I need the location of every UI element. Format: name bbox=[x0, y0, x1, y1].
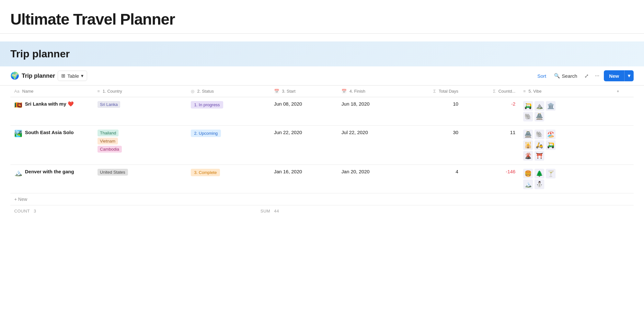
col-header-countdown: Σ Countd... bbox=[462, 86, 519, 97]
vibe-icon: 🛺 bbox=[523, 101, 533, 111]
table-row: 🏞️South East Asia SoloThailandVietnamCam… bbox=[10, 126, 634, 165]
vibe-icon: 🛺 bbox=[546, 140, 556, 150]
country-tag[interactable]: Sri Lanka bbox=[98, 101, 121, 108]
table-icon: ⊞ bbox=[61, 73, 65, 79]
row-emoji: 🇱🇰 bbox=[14, 101, 22, 109]
col-header-start: 📅 3. Start bbox=[270, 86, 338, 97]
cell-country: United States bbox=[94, 165, 187, 193]
view-label: Table bbox=[67, 73, 79, 79]
new-button[interactable]: New ▾ bbox=[604, 70, 634, 81]
cell-name: 🏞️South East Asia Solo bbox=[10, 126, 94, 165]
cell-totaldays: 10 bbox=[405, 97, 462, 126]
vibe-icon: 🏯 bbox=[523, 130, 533, 139]
vibe-icon: 🛵 bbox=[535, 140, 544, 150]
vibe-icon: 🐘 bbox=[523, 112, 533, 121]
list-icon: ≡ bbox=[98, 89, 100, 94]
cell-name: 🇱🇰Sri Lanka with my ❤️ bbox=[10, 97, 94, 126]
cell-country: Sri Lanka bbox=[94, 97, 187, 126]
vibe-icon: 🍸 bbox=[546, 169, 556, 178]
cell-vibe: 🍔🌲🍸🏔️⛄ bbox=[519, 165, 613, 193]
status-badge[interactable]: 3. Complete bbox=[191, 169, 220, 176]
vibe-icon: 🏛️ bbox=[546, 101, 556, 111]
cell-start: Jan 16, 2020 bbox=[270, 165, 338, 193]
cell-country: ThailandVietnamCambodia bbox=[94, 126, 187, 165]
toolbar-left: 🌍 Trip planner ⊞ Table ▾ bbox=[10, 71, 532, 81]
country-tag[interactable]: United States bbox=[98, 169, 128, 176]
search-button[interactable]: 🔍 Search bbox=[551, 71, 580, 81]
footer-sum: SUM 44 bbox=[260, 209, 279, 213]
countdown-value: -2 bbox=[511, 101, 515, 107]
new-button-label: New bbox=[604, 71, 624, 81]
sort-button[interactable]: Sort bbox=[535, 71, 549, 81]
vibe-icon: 🕌 bbox=[523, 140, 533, 150]
section-header: Trip planner bbox=[0, 41, 644, 66]
vibe-icon: ⛰️ bbox=[535, 101, 544, 111]
cell-countdown: -2 bbox=[462, 97, 519, 126]
new-button-arrow: ▾ bbox=[624, 70, 634, 81]
page-header: Ultimate Travel Planner bbox=[0, 0, 644, 34]
vibe-icon: 🍔 bbox=[523, 169, 533, 178]
add-new-label: + New bbox=[14, 197, 27, 202]
col-header-totaldays: Σ Total Days bbox=[405, 86, 462, 97]
expand-button[interactable]: ⤢ bbox=[582, 71, 591, 81]
status-badge[interactable]: 1. In progress bbox=[191, 101, 223, 109]
table-footer: COUNT 3 SUM 44 bbox=[10, 205, 634, 217]
footer-count: COUNT 3 bbox=[14, 209, 66, 213]
vibe-icon: 🌋 bbox=[523, 151, 533, 161]
row-emoji: 🏔️ bbox=[14, 169, 22, 177]
toolbar: 🌍 Trip planner ⊞ Table ▾ Sort 🔍 Search ⤢… bbox=[0, 66, 644, 86]
col-header-finish: 📅 4. Finish bbox=[338, 86, 405, 97]
sigma-icon: Σ bbox=[433, 89, 436, 94]
col-header-status: ◎ 2. Status bbox=[187, 86, 270, 97]
cell-vibe: 🏯🐘🏖️🕌🛵🛺🌋⛩️ bbox=[519, 126, 613, 165]
view-toggle-button[interactable]: ⊞ Table ▾ bbox=[58, 71, 87, 81]
cell-add bbox=[613, 97, 634, 126]
circle-icon: ◎ bbox=[191, 89, 194, 94]
cell-countdown: 11 bbox=[462, 126, 519, 165]
globe-icon: 🌍 bbox=[10, 72, 19, 80]
calendar2-icon: 📅 bbox=[341, 89, 347, 94]
main-table: Aa Name ≡ 1. Country ◎ 2. Status 📅 3. St… bbox=[10, 86, 634, 193]
col-header-add[interactable]: + bbox=[613, 86, 634, 97]
col-header-country: ≡ 1. Country bbox=[94, 86, 187, 97]
vibe-icon: 🌲 bbox=[535, 169, 544, 178]
country-tag[interactable]: Cambodia bbox=[98, 146, 122, 153]
status-badge[interactable]: 2. Upcoming bbox=[191, 130, 221, 137]
row-name-text: Sri Lanka with my ❤️ bbox=[25, 101, 74, 107]
list2-icon: ≡ bbox=[523, 89, 526, 94]
country-tag[interactable]: Vietnam bbox=[98, 138, 118, 144]
cell-status: 1. In progress bbox=[187, 97, 270, 126]
cell-finish: Jul 22, 2020 bbox=[338, 126, 405, 165]
cell-add bbox=[613, 165, 634, 193]
cell-finish: Jun 18, 2020 bbox=[338, 97, 405, 126]
cell-start: Jun 08, 2020 bbox=[270, 97, 338, 126]
sigma2-icon: Σ bbox=[493, 89, 496, 94]
sum-label: SUM bbox=[260, 209, 270, 213]
col-header-vibe: ≡ 5. Vibe bbox=[519, 86, 613, 97]
countdown-value: -146 bbox=[506, 169, 515, 174]
col-header-name: Aa Name bbox=[10, 86, 94, 97]
count-value: 3 bbox=[34, 209, 36, 213]
table-row: 🏔️Denver with the gangUnited States3. Co… bbox=[10, 165, 634, 193]
vibe-icon: ⛩️ bbox=[535, 151, 544, 161]
chevron-down-icon: ▾ bbox=[81, 73, 84, 79]
cell-totaldays: 30 bbox=[405, 126, 462, 165]
vibe-icon: 🏖️ bbox=[546, 130, 556, 139]
toolbar-right: Sort 🔍 Search ⤢ ··· New ▾ bbox=[535, 70, 634, 81]
vibe-icon: 🐘 bbox=[535, 130, 544, 139]
cell-totaldays: 4 bbox=[405, 165, 462, 193]
row-name-text: Denver with the gang bbox=[25, 169, 74, 174]
sum-value: 44 bbox=[274, 209, 279, 213]
cell-finish: Jan 20, 2020 bbox=[338, 165, 405, 193]
table-header-row: Aa Name ≡ 1. Country ◎ 2. Status 📅 3. St… bbox=[10, 86, 634, 97]
cell-name: 🏔️Denver with the gang bbox=[10, 165, 94, 193]
row-name-text: South East Asia Solo bbox=[25, 130, 74, 135]
section-title: Trip planner bbox=[10, 48, 634, 60]
search-icon: 🔍 bbox=[554, 73, 560, 79]
count-label: COUNT bbox=[14, 209, 30, 213]
more-button[interactable]: ··· bbox=[593, 71, 601, 81]
page-title: Ultimate Travel Planner bbox=[10, 10, 634, 28]
add-new-row[interactable]: + New bbox=[10, 193, 634, 205]
db-title: Trip planner bbox=[22, 73, 55, 79]
country-tag[interactable]: Thailand bbox=[98, 130, 119, 136]
